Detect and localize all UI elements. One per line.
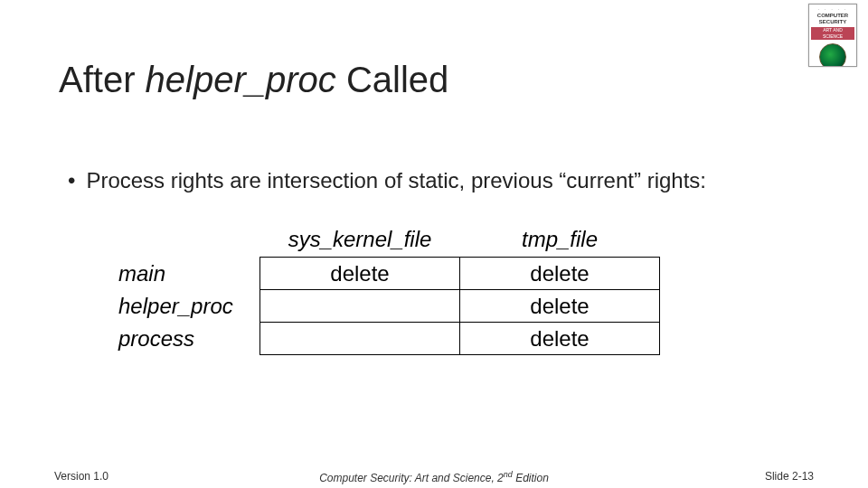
row-label-helper: helper_proc: [118, 290, 260, 323]
bullet-dot: •: [68, 168, 75, 193]
footer-book: Computer Security: Art and Science, 2nd …: [0, 470, 868, 484]
col-header-1: sys_kernel_file: [260, 224, 460, 258]
logo-line1: COMPUTER: [811, 13, 854, 19]
rights-table: sys_kernel_file tmp_file main delete del…: [118, 224, 660, 355]
title-post: Called: [336, 60, 449, 99]
bullet-line: •Process rights are intersection of stat…: [68, 168, 706, 193]
cell-main-tmp: delete: [460, 258, 660, 290]
row-label-process: process: [118, 323, 260, 355]
title-ital: helper_proc: [146, 60, 336, 99]
row-label-main: main: [118, 258, 260, 290]
book-cover-icon: · · · · · COMPUTER SECURITY ART AND SCIE…: [808, 4, 857, 67]
footer-book-sup: nd: [504, 470, 513, 479]
col-header-2: tmp_file: [460, 224, 660, 258]
cell-process-sys: [260, 323, 460, 355]
cell-helper-tmp: delete: [460, 290, 660, 323]
slide-title: After helper_proc Called: [59, 60, 448, 100]
footer-book-pre: Computer Security: Art and Science, 2: [319, 472, 504, 484]
bullet-text: Process rights are intersection of stati…: [86, 168, 706, 192]
footer-book-post: Edition: [513, 472, 549, 484]
title-pre: After: [59, 60, 146, 99]
logo-line2: SECURITY: [811, 19, 854, 25]
cell-helper-sys: [260, 290, 460, 323]
cell-main-sys: delete: [260, 258, 460, 290]
cell-process-tmp: delete: [460, 323, 660, 355]
footer-page: Slide 2-13: [765, 470, 814, 483]
logo-sub: ART AND SCIENCE: [811, 27, 854, 40]
